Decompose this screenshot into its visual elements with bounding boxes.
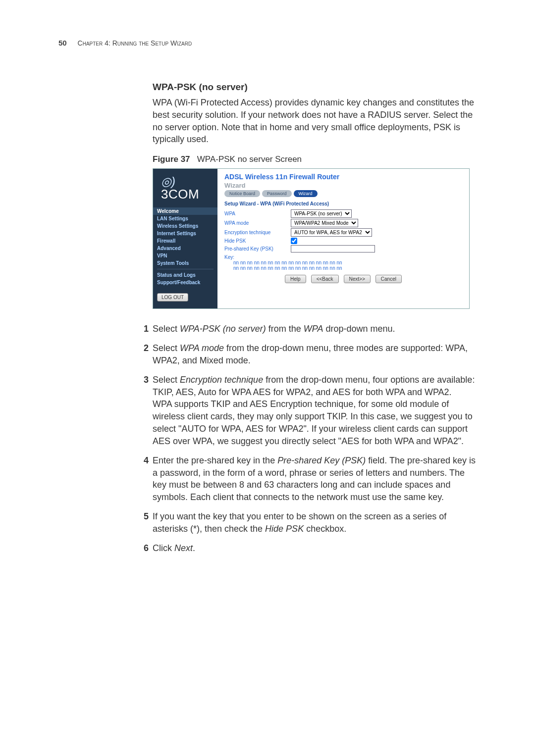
hide-psk-checkbox[interactable] — [291, 238, 297, 244]
product-title: ADSL Wireless 11n Firewall Router — [217, 169, 469, 182]
tab-bar: Notice Board Password Wizard — [217, 190, 469, 200]
cancel-button[interactable]: Cancel — [375, 275, 402, 283]
nav-status-logs[interactable]: Status and Logs — [157, 271, 214, 279]
step-4: 4 Enter the pre-shared key in the Pre-sh… — [153, 454, 480, 504]
nav-advanced[interactable]: Advanced — [157, 245, 214, 252]
nav-internet-settings[interactable]: Internet Settings — [157, 230, 214, 237]
encryption-label: Encryption technique — [224, 230, 284, 235]
sidebar: ◎) 3COM Welcome LAN Settings Wireless Se… — [153, 169, 217, 308]
brand-name: 3COM — [161, 187, 210, 202]
nav-system-tools[interactable]: System Tools — [157, 259, 214, 267]
step-1: 1 Select WPA-PSK (no server) from the WP… — [153, 323, 480, 335]
figure-caption-text: WPA-PSK no server Screen — [197, 154, 302, 164]
figure-label: Figure 37 — [153, 154, 190, 164]
nav-support-feedback[interactable]: Support/Feedback — [157, 279, 214, 286]
hide-psk-label: Hide PSK — [224, 238, 284, 244]
section-title: WPA-PSK (no server) — [153, 82, 480, 93]
step-number: 3 — [139, 374, 149, 386]
step-number: 1 — [139, 323, 149, 335]
psk-label: Pre-shared Key (PSK) — [224, 246, 284, 252]
button-bar: Help <<Back Next>> Cancel — [224, 271, 462, 286]
chapter-title: Chapter 4: Running the Setup Wizard — [78, 39, 192, 47]
nav-vpn[interactable]: VPN — [157, 252, 214, 259]
step-number: 2 — [139, 342, 149, 354]
nav-firewall[interactable]: Firewall — [157, 237, 214, 245]
tab-password[interactable]: Password — [262, 190, 292, 197]
step-number: 4 — [139, 454, 149, 467]
tab-wizard[interactable]: Wizard — [294, 190, 318, 197]
nav-lan-settings[interactable]: LAN Settings — [157, 215, 214, 222]
nav-separator — [157, 269, 214, 269]
step-5: 5 If you want the key that you enter to … — [153, 510, 480, 535]
step-2: 2 Select WPA mode from the drop-down men… — [153, 342, 480, 367]
wizard-breadcrumb: Wizard — [217, 182, 469, 190]
key-mask: nn nn nn nn nn nn nn nn nn nn nn nn nn n… — [224, 260, 342, 271]
help-button[interactable]: Help — [285, 275, 306, 283]
page-number: 50 — [58, 39, 67, 47]
wpa-mode-label: WPA mode — [224, 220, 284, 226]
figure-screenshot: ◎) 3COM Welcome LAN Settings Wireless Se… — [153, 168, 470, 309]
psk-input[interactable] — [291, 245, 375, 252]
intro-paragraph: WPA (Wi-Fi Protected Access) provides dy… — [153, 97, 480, 146]
encryption-select[interactable]: AUTO for WPA, AES for WPA2 — [291, 228, 372, 237]
key-label: Key: — [224, 254, 234, 260]
wpa-mode-select[interactable]: WPA/WPA2 Mixed Mode — [291, 219, 358, 227]
figure-caption: Figure 37 WPA-PSK no server Screen — [153, 154, 480, 164]
rings-icon: ◎) — [161, 176, 210, 188]
form-area: WPA WPA-PSK (no server) WPA mode WPA/WPA… — [217, 209, 469, 290]
back-button[interactable]: <<Back — [311, 275, 339, 283]
brand-block: ◎) 3COM — [157, 173, 214, 207]
wpa-label: WPA — [224, 211, 284, 216]
steps-list: 1 Select WPA-PSK (no server) from the WP… — [153, 323, 480, 554]
panel-title: Setup Wizard - WPA (WiFi Protected Acces… — [217, 200, 469, 208]
wpa-select[interactable]: WPA-PSK (no server) — [291, 209, 352, 218]
step-6: 6 Click Next. — [153, 542, 480, 554]
nav-welcome[interactable]: Welcome — [153, 207, 217, 215]
step-number: 6 — [139, 542, 149, 554]
tab-notice-board[interactable]: Notice Board — [224, 190, 260, 197]
step-3: 3 Select Encryption technique from the d… — [153, 374, 480, 448]
nav-wireless-settings[interactable]: Wireless Settings — [157, 222, 214, 230]
running-header: 50 Chapter 4: Running the Setup Wizard — [58, 39, 477, 47]
step-number: 5 — [139, 510, 149, 523]
logout-button[interactable]: LOG OUT — [157, 293, 188, 302]
next-button[interactable]: Next>> — [344, 275, 371, 283]
